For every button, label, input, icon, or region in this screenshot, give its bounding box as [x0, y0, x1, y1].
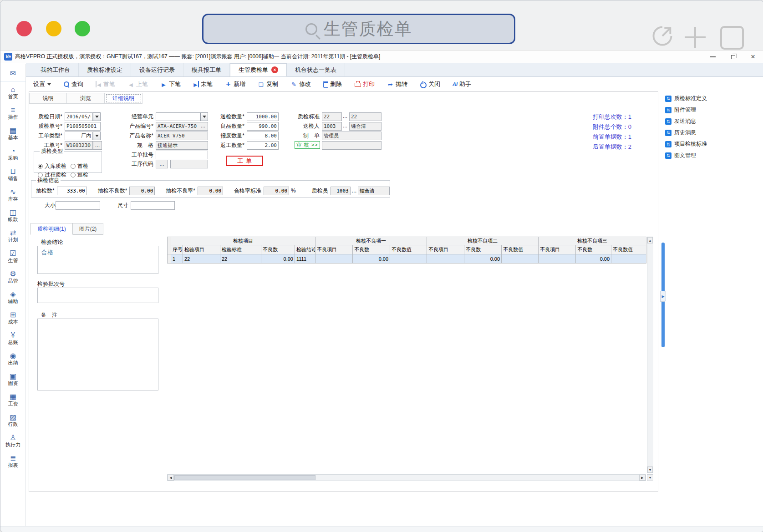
sidebar-item[interactable]: ▦ 工资 — [0, 390, 25, 410]
cell-defect-count[interactable]: 0.00 — [261, 254, 295, 263]
panel-expander-icon[interactable]: ▶ — [660, 291, 666, 302]
sidebar-item[interactable]: ⚙ 品管 — [0, 267, 25, 287]
sender-code-input[interactable] — [322, 122, 342, 131]
sidebar-item[interactable]: ⊔ 销售 — [0, 164, 25, 185]
last-record-button[interactable]: 末笔 — [193, 80, 213, 88]
minimize-icon[interactable] — [710, 56, 716, 57]
quick-link[interactable]: ⇅ 发送消息 — [665, 117, 707, 126]
scroll-down-icon[interactable]: ▼ — [647, 466, 653, 473]
sent-qty-input[interactable] — [247, 112, 279, 121]
cell-defect2-item[interactable] — [427, 254, 464, 263]
settings-button[interactable]: 设置 — [33, 80, 51, 88]
close-icon[interactable]: × — [751, 54, 755, 60]
ai-assistant-button[interactable]: AI助手 — [453, 80, 471, 88]
scroll-corner-down-icon[interactable]: ▼ — [647, 474, 653, 481]
close-form-button[interactable]: 关闭 — [420, 80, 440, 88]
radio-first-inspection[interactable]: 首检 — [71, 162, 88, 170]
sidebar-item[interactable]: ∿ 库存 — [0, 185, 25, 205]
business-unit-input[interactable] — [156, 112, 200, 121]
quick-link[interactable]: ⇅ 历史消息 — [665, 128, 707, 137]
remark-box[interactable] — [37, 319, 158, 390]
sidebar-item[interactable]: ☑ 生管 — [0, 246, 25, 267]
cell-seq[interactable]: 1 — [171, 254, 183, 263]
product-name-input[interactable] — [156, 132, 208, 140]
inspector-name-input[interactable] — [358, 187, 390, 195]
horizontal-scrollbar[interactable]: ◀ ▶ — [167, 474, 646, 481]
cell-defect1-item[interactable] — [315, 254, 353, 263]
sidebar-item[interactable]: ▣ 固资 — [0, 369, 25, 390]
column-header[interactable]: 不良数 — [464, 245, 502, 254]
sample-bad-input[interactable] — [129, 187, 155, 195]
sender-lookup-icon[interactable]: … — [341, 122, 349, 131]
column-header[interactable]: 不良数 — [353, 245, 390, 254]
column-header[interactable]: 不良数值 — [390, 245, 427, 254]
delete-button[interactable]: 删除 — [323, 80, 342, 88]
tab-pictures[interactable]: 图片(2) — [73, 223, 104, 235]
scrap-qty-input[interactable] — [247, 132, 279, 140]
column-header[interactable]: 检验结论 — [295, 245, 315, 254]
copy-button[interactable]: 复制 — [258, 80, 278, 88]
sidebar-item[interactable]: ♙ 执行力 — [0, 431, 25, 451]
cell-check-standard[interactable]: 22 — [220, 254, 261, 263]
sidebar-item[interactable]: ◔ 采购 — [0, 144, 25, 164]
next-record-button[interactable]: 下笔 — [160, 80, 181, 88]
sidebar-item[interactable]: ⇄ 计划 — [0, 226, 25, 246]
zoom-traffic-light[interactable] — [75, 21, 90, 36]
subtab-description[interactable]: 说明 — [29, 93, 67, 104]
column-header[interactable]: 检验标准 — [220, 245, 261, 254]
bad-rate-input[interactable] — [198, 187, 223, 195]
column-header[interactable]: 不良数值 — [502, 245, 539, 254]
query-button[interactable]: 查询 — [63, 80, 83, 88]
column-header[interactable]: 序号 — [171, 245, 183, 254]
quick-link[interactable]: ⇅ 项目检核标准 — [665, 140, 707, 148]
sidebar-item[interactable]: ◉ 出纳 — [0, 349, 25, 369]
product-no-lookup-icon[interactable]: … — [199, 122, 207, 131]
sidebar-item[interactable]: ✉ — [0, 66, 25, 81]
order-batch-input[interactable] — [156, 151, 208, 159]
sidebar-item[interactable]: ◫ 帐款 — [0, 205, 25, 226]
scroll-up-icon[interactable]: ▲ — [647, 237, 653, 243]
process-code-input[interactable] — [170, 160, 208, 168]
sidebar-item[interactable]: ⌂ 首页 — [0, 82, 25, 103]
close-tab-icon[interactable] — [271, 66, 278, 73]
cell-defect1-value[interactable] — [390, 254, 427, 263]
spec-input[interactable] — [156, 141, 208, 150]
cell-defect2-count[interactable]: 0.00 — [464, 254, 502, 263]
inspector-code-input[interactable] — [331, 187, 351, 195]
process-code-lookup-icon[interactable]: … — [156, 160, 168, 168]
row-selector[interactable] — [168, 254, 171, 263]
inspect-date-dropdown-icon[interactable] — [93, 112, 101, 121]
cell-defect3-value[interactable] — [611, 254, 646, 263]
vertical-scrollbar[interactable]: ▲ ▼ — [647, 237, 653, 473]
cell-check-item[interactable]: 22 — [183, 254, 220, 263]
inspect-no-input[interactable] — [65, 122, 101, 131]
scroll-left-icon[interactable]: ◀ — [168, 475, 174, 481]
pass-std-input[interactable] — [264, 187, 289, 195]
tab-qc-standard-setting[interactable]: 质检标准设定 — [79, 63, 131, 76]
column-header[interactable]: 检验项目 — [183, 245, 220, 254]
subtab-detail[interactable]: 详细说明 — [105, 93, 142, 104]
dimension-input[interactable] — [131, 201, 175, 210]
tab-machine-status-list[interactable]: 机台状态一览表 — [287, 63, 345, 76]
radio-inbound-qc[interactable]: 入库质检 — [38, 162, 66, 170]
business-unit-dropdown-icon[interactable] — [200, 112, 208, 121]
maker-input[interactable] — [322, 132, 382, 140]
subtab-browse[interactable]: 浏览 — [67, 93, 105, 104]
restore-icon[interactable] — [731, 55, 735, 59]
cell-conclusion[interactable]: 1111 — [295, 254, 315, 263]
tab-my-workbench[interactable]: 我的工作台 — [32, 63, 79, 76]
inspect-date-input[interactable] — [65, 112, 93, 121]
sender-name-input[interactable] — [349, 122, 382, 131]
tab-equipment-run-record[interactable]: 设备运行记录 — [131, 63, 183, 76]
print-button[interactable]: 打印 — [354, 80, 375, 88]
auditor-input[interactable] — [322, 141, 382, 150]
qc-standard-code-input[interactable] — [322, 112, 342, 121]
tab-overview-icon[interactable] — [720, 26, 744, 50]
sidebar-item[interactable]: ¥ 总账 — [0, 328, 25, 349]
transfer-button[interactable]: 抛转 — [387, 80, 407, 88]
work-order-button[interactable]: 工单 — [226, 156, 263, 166]
quick-link[interactable]: ⇅ 附件管理 — [665, 106, 707, 114]
new-tab-icon[interactable] — [685, 27, 706, 48]
quick-link[interactable]: ⇅ 质检标准定义 — [665, 94, 707, 103]
rework-qty-input[interactable] — [247, 141, 279, 150]
